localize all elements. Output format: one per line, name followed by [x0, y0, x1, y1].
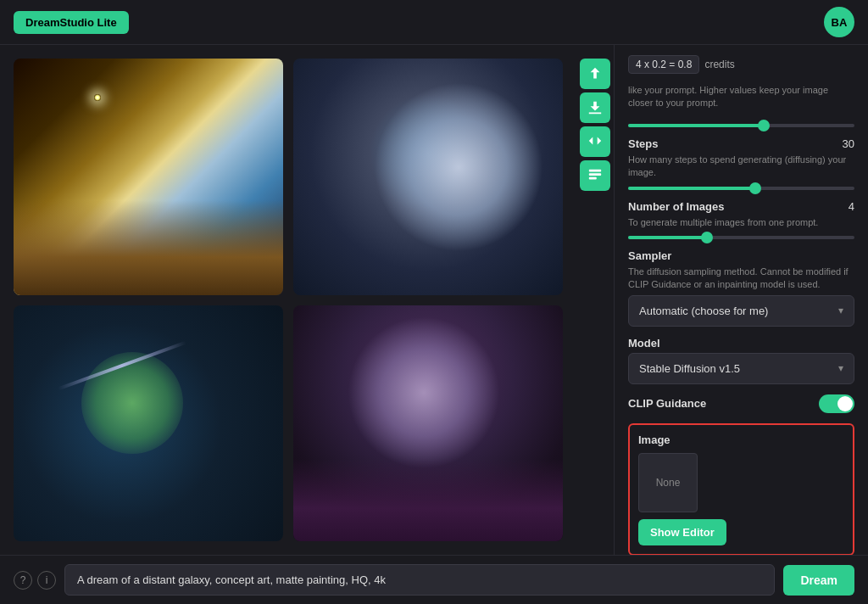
- sampler-section: Sampler The diffusion sampling method. C…: [628, 249, 854, 327]
- svg-rect-0: [589, 170, 601, 172]
- num-images-header: Number of Images 4: [628, 200, 854, 213]
- prompt-quality-fill: [628, 124, 764, 127]
- header: DreamStudio Lite BA: [0, 0, 868, 45]
- clip-guidance-toggle[interactable]: [819, 394, 854, 413]
- steps-label: Steps: [628, 137, 658, 150]
- prompt-quality-slider-container: [628, 124, 854, 127]
- prompt-input[interactable]: [64, 564, 775, 596]
- help-info-icon[interactable]: i: [37, 571, 56, 590]
- image-none-label: None: [656, 477, 681, 489]
- avatar[interactable]: BA: [824, 7, 854, 37]
- images-panel: [0, 45, 576, 555]
- num-images-section: Number of Images 4 To generate multiple …: [628, 200, 854, 239]
- generated-image-2[interactable]: [293, 59, 563, 295]
- prompt-quality-thumb[interactable]: [758, 120, 770, 131]
- image-upload-section: Image None Show Editor: [628, 423, 854, 555]
- credits-row: 4 x 0.2 = 0.8 credits: [628, 55, 854, 74]
- model-section: Model Stable Diffusion v1.5 ▾: [628, 337, 854, 384]
- credits-suffix: credits: [704, 59, 734, 70]
- model-value: Stable Diffusion v1.5: [639, 362, 740, 375]
- generated-image-4[interactable]: [293, 305, 563, 542]
- prompt-quality-track[interactable]: [628, 124, 854, 127]
- steps-header: Steps 30: [628, 137, 854, 150]
- sampler-value: Automatic (choose for me): [639, 305, 768, 317]
- num-images-desc: To generate multiple images from one pro…: [628, 216, 854, 229]
- prompt-quality-desc: like your prompt. Higher values keep you…: [628, 84, 854, 110]
- sampler-dropdown[interactable]: Automatic (choose for me) ▾: [628, 295, 854, 327]
- image-none-box[interactable]: None: [638, 453, 698, 512]
- compare-button[interactable]: [580, 126, 610, 157]
- steps-fill: [628, 187, 755, 190]
- sampler-chevron-icon: ▾: [838, 305, 843, 316]
- help-question-icon[interactable]: ?: [14, 571, 32, 590]
- generated-image-1[interactable]: [14, 59, 283, 295]
- steps-track[interactable]: [628, 187, 854, 190]
- svg-rect-1: [589, 173, 601, 176]
- sampler-desc: The diffusion sampling method. Cannot be…: [628, 266, 854, 292]
- settings-panel: 4 x 0.2 = 0.8 credits like your prompt. …: [614, 45, 868, 555]
- svg-rect-2: [589, 177, 597, 180]
- credits-formula: 4 x 0.2 = 0.8: [628, 55, 699, 74]
- sampler-label: Sampler: [628, 249, 854, 262]
- steps-slider-container: [628, 187, 854, 190]
- clip-guidance-label: CLIP Guidance: [628, 397, 706, 410]
- steps-value: 30: [843, 137, 854, 150]
- image-section-label: Image: [638, 433, 844, 446]
- main-content: 4 x 0.2 = 0.8 credits like your prompt. …: [0, 45, 868, 555]
- bottom-bar: ? i Dream: [0, 555, 868, 604]
- action-strip: [576, 45, 614, 555]
- toggle-knob: [837, 396, 853, 411]
- steps-desc: How many steps to spend generating (diff…: [628, 154, 854, 180]
- clip-guidance-row: CLIP Guidance: [628, 394, 854, 413]
- steps-thumb[interactable]: [749, 182, 761, 194]
- show-editor-button[interactable]: Show Editor: [638, 519, 726, 545]
- model-label: Model: [628, 337, 854, 350]
- model-dropdown[interactable]: Stable Diffusion v1.5 ▾: [628, 353, 854, 384]
- num-images-thumb[interactable]: [701, 232, 713, 243]
- download-button[interactable]: [580, 92, 610, 123]
- help-icons: ? i: [14, 571, 56, 590]
- details-button[interactable]: [580, 160, 610, 191]
- export-button[interactable]: [580, 59, 610, 89]
- num-images-fill: [628, 236, 707, 239]
- model-chevron-icon: ▾: [838, 362, 843, 374]
- num-images-label: Number of Images: [628, 200, 724, 213]
- num-images-track[interactable]: [628, 236, 854, 239]
- num-images-slider-container: [628, 236, 854, 239]
- dream-button[interactable]: Dream: [783, 565, 854, 596]
- generated-image-3[interactable]: [14, 305, 283, 542]
- logo-button[interactable]: DreamStudio Lite: [14, 11, 129, 34]
- images-grid: [14, 59, 563, 541]
- steps-section: Steps 30 How many steps to spend generat…: [628, 137, 854, 190]
- num-images-value: 4: [849, 200, 854, 213]
